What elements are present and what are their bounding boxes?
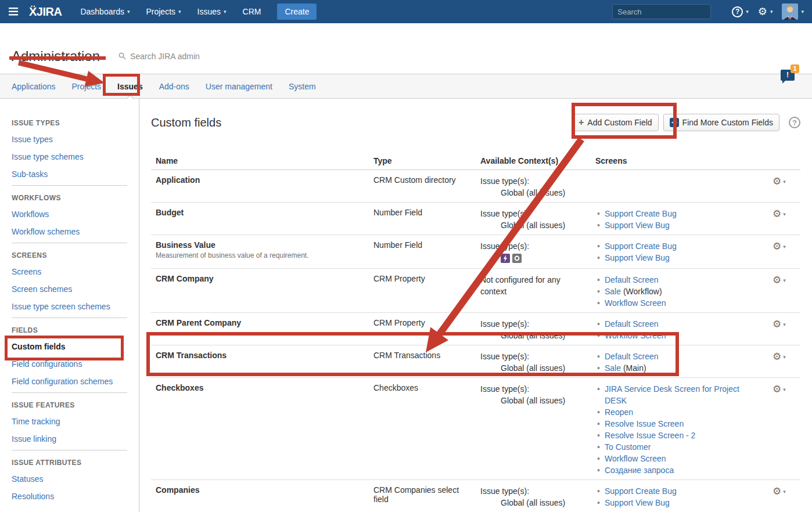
tab-issues[interactable]: Issues [109, 74, 151, 98]
navbar-search-input[interactable] [613, 8, 724, 16]
context-cell: Not configured for any context [476, 269, 591, 312]
navbar-item-label: Dashboards [80, 7, 124, 16]
sidebar-section-issue-types: ISSUE TYPESIssue typesIssue type schemes… [12, 119, 127, 185]
table-row-companies: CompaniesCRM Companies select fieldIssue… [151, 480, 800, 512]
context-label: Issue type(s): [480, 485, 586, 497]
navbar-item-projects[interactable]: Projects▾ [138, 0, 189, 23]
marketplace-icon [670, 118, 679, 127]
row-actions-gear-button[interactable]: ⚙▾ [773, 318, 786, 329]
find-more-custom-fields-button[interactable]: Find More Custom Fields [663, 114, 779, 131]
screen-link-support-view-bug[interactable]: Support View Bug [605, 253, 670, 262]
screen-link-workflow-screen[interactable]: Workflow Screen [605, 298, 666, 308]
name-cell: CRM Transactions [151, 345, 369, 377]
context-cell: Issue type(s): [476, 235, 591, 268]
screen-link-sale[interactable]: Sale [605, 363, 621, 373]
help-icon[interactable]: ? [789, 117, 800, 128]
top-navbar: ẌJIRA Dashboards▾Projects▾Issues▾CRM Cre… [0, 0, 812, 23]
sidebar-item-issue-type-screen-schemes[interactable]: Issue type screen schemes [12, 302, 127, 312]
feedback-icon[interactable]: ! 1 [781, 70, 795, 81]
screen-link-resolve-issue-screen-2[interactable]: Resolve Issue Screen - 2 [605, 431, 695, 440]
screen-link-support-create-bug[interactable]: Support Create Bug [605, 209, 677, 218]
sidebar-item-field-configuration-schemes[interactable]: Field configuration schemes [12, 377, 127, 387]
admin-search-input[interactable] [130, 52, 264, 61]
screen-link-default-screen[interactable]: Default Screen [605, 352, 659, 361]
screen-link-support-create-bug[interactable]: Support Create Bug [605, 486, 677, 496]
screen-list-item: •Default Screen [595, 274, 758, 286]
type-cell: Number Field [369, 203, 476, 235]
row-actions-gear-button[interactable]: ⚙▾ [773, 175, 786, 186]
actions-cell: ⚙▾ [768, 378, 800, 479]
screen-list-item: •Support Create Bug [595, 240, 758, 252]
navbar-search[interactable] [612, 4, 711, 19]
custom-field-name: CRM Parent Company [156, 318, 364, 327]
screen-link-support-view-bug[interactable]: Support View Bug [605, 498, 670, 507]
context-label: Issue type(s): [480, 318, 586, 330]
screens-cell: •Support Create Bug•Support View Bug [591, 480, 768, 512]
navbar-item-issues[interactable]: Issues▾ [189, 0, 235, 23]
tab-applications[interactable]: Applications [12, 74, 64, 98]
screen-link-workflow-screen[interactable]: Workflow Screen [605, 331, 666, 340]
context-cell: Issue type(s):Global (all issues) [476, 313, 591, 345]
sidebar-item-custom-fields[interactable]: Custom fields [12, 342, 127, 352]
bullet-icon: • [597, 383, 600, 395]
screens-list: •Support Create Bug•Support View Bug [595, 240, 758, 264]
sidebar-section-issue-attributes: ISSUE ATTRIBUTESStatusesResolutions [12, 450, 127, 507]
user-menu[interactable]: ▾ [782, 3, 804, 20]
row-actions-gear-button[interactable]: ⚙▾ [773, 208, 786, 219]
screen-link-support-view-bug[interactable]: Support View Bug [605, 221, 670, 230]
screen-link-sale[interactable]: Sale [605, 287, 621, 296]
screen-link-создание-запроса[interactable]: Создание запроса [605, 466, 674, 475]
screen-link-to-customer[interactable]: To Customer [605, 442, 651, 452]
sidebar-item-statuses[interactable]: Statuses [12, 474, 127, 484]
screen-link-reopen[interactable]: Reopen [605, 408, 633, 417]
screen-list-item: •Resolve Issue Screen - 2 [595, 430, 758, 441]
row-actions-gear-button[interactable]: ⚙▾ [773, 351, 786, 362]
table-row-crm-company: CRM CompanyCRM PropertyNot configured fo… [151, 269, 800, 313]
admin-search[interactable] [118, 52, 264, 61]
row-actions-gear-button[interactable]: ⚙▾ [773, 383, 786, 394]
sidebar-item-screens[interactable]: Screens [12, 267, 127, 277]
context-icons [501, 254, 586, 265]
sidebar-heading: ISSUE ATTRIBUTES [12, 459, 127, 467]
sidebar-item-issue-types[interactable]: Issue types [12, 135, 127, 145]
screen-link-workflow-screen[interactable]: Workflow Screen [605, 454, 666, 463]
screen-link-support-create-bug[interactable]: Support Create Bug [605, 241, 677, 251]
bullet-icon: • [597, 219, 600, 231]
create-button[interactable]: Create [277, 3, 317, 20]
row-actions-gear-button[interactable]: ⚙▾ [773, 240, 786, 251]
screens-cell: •Support Create Bug•Support View Bug [591, 203, 768, 235]
tab-system[interactable]: System [281, 74, 324, 98]
screen-link-default-screen[interactable]: Default Screen [605, 319, 659, 329]
app-menu-icon[interactable] [0, 0, 26, 23]
admin-gear-menu[interactable]: ⚙ ▾ [758, 6, 773, 17]
sidebar-item-screen-schemes[interactable]: Screen schemes [12, 284, 127, 294]
screens-list: •Support Create Bug•Support View Bug [595, 208, 758, 231]
tab-add-ons[interactable]: Add-ons [151, 74, 197, 98]
sidebar-item-time-tracking[interactable]: Time tracking [12, 417, 127, 427]
navbar-item-dashboards[interactable]: Dashboards▾ [72, 0, 138, 23]
screen-link-default-screen[interactable]: Default Screen [605, 275, 659, 284]
sidebar-item-resolutions[interactable]: Resolutions [12, 492, 127, 502]
sidebar-item-workflow-schemes[interactable]: Workflow schemes [12, 227, 127, 237]
sidebar-item-sub-tasks[interactable]: Sub-tasks [12, 170, 127, 179]
screen-link-resolve-issue-screen[interactable]: Resolve Issue Screen [605, 419, 684, 428]
tab-projects[interactable]: Projects [64, 74, 110, 98]
navbar-item-crm[interactable]: CRM [235, 0, 270, 23]
row-actions-gear-button[interactable]: ⚙▾ [773, 485, 786, 496]
tab-user-management[interactable]: User management [197, 74, 281, 98]
sidebar-item-issue-linking[interactable]: Issue linking [12, 434, 127, 444]
add-custom-field-button[interactable]: + Add Custom Field [572, 114, 659, 131]
context-label: Issue type(s): [480, 240, 586, 252]
sidebar-item-issue-type-schemes[interactable]: Issue type schemes [12, 152, 127, 162]
help-menu[interactable]: ? ▾ [732, 6, 749, 17]
sidebar-item-workflows[interactable]: Workflows [12, 210, 127, 219]
screens-list: •JIRA Service Desk Screen for Project DE… [595, 383, 758, 476]
screen-link-jira-service-desk-screen-for-project-desk[interactable]: JIRA Service Desk Screen for Project DES… [605, 384, 739, 405]
context-cell: Issue type(s):Global (all issues) [476, 203, 591, 235]
help-icon: ? [732, 6, 743, 17]
jira-logo[interactable]: ẌJIRA [29, 5, 62, 19]
sidebar-item-field-configurations[interactable]: Field configurations [12, 359, 127, 369]
chevron-down-icon: ▾ [783, 387, 786, 392]
type-cell: Number Field [369, 235, 476, 268]
row-actions-gear-button[interactable]: ⚙▾ [773, 274, 786, 285]
